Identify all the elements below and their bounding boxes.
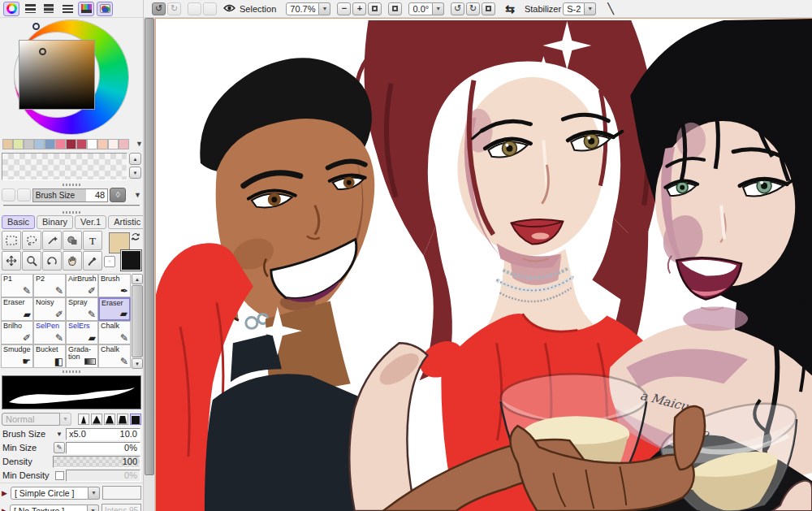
- text-tool-button[interactable]: T: [83, 231, 102, 250]
- tab-basic[interactable]: Basic: [2, 215, 35, 229]
- min-size-input[interactable]: 0%: [66, 442, 140, 454]
- swatch[interactable]: [87, 139, 97, 149]
- secondary-color-swatch[interactable]: [120, 249, 142, 271]
- saturation-value-square[interactable]: [19, 40, 95, 110]
- brush-size-field[interactable]: Brush Size 48: [32, 188, 108, 202]
- swatch[interactable]: [34, 139, 45, 149]
- rect-select-tool-button[interactable]: [2, 231, 21, 250]
- swatch[interactable]: [108, 139, 119, 149]
- brush-chalk-2[interactable]: Chalk✎: [98, 344, 131, 368]
- scratchpad-up-button[interactable]: ▲: [129, 153, 141, 165]
- fit-view-button[interactable]: [388, 2, 402, 15]
- canvas-vertical-scrollbar[interactable]: [144, 18, 155, 511]
- shape-tool-button[interactable]: [63, 231, 82, 250]
- redo-button[interactable]: ↻: [167, 2, 181, 15]
- brush-texture-value[interactable]: [ No Texture ]: [10, 505, 88, 511]
- brush-size-field-value[interactable]: 48: [86, 189, 107, 201]
- size-prev-button[interactable]: [2, 188, 15, 201]
- zoom-value[interactable]: 70.7%: [286, 2, 319, 15]
- brush-selers[interactable]: SelErs▰: [66, 321, 98, 344]
- swatch[interactable]: [2, 139, 13, 149]
- min-density-input[interactable]: 0%: [66, 470, 140, 482]
- swatch[interactable]: [76, 139, 87, 149]
- angle-dropdown-arrow-icon[interactable]: ▼: [433, 2, 444, 15]
- scratchpad-toggle-button[interactable]: [97, 2, 113, 16]
- size-menu-arrow-icon[interactable]: ▼: [134, 191, 141, 199]
- swatch[interactable]: [66, 139, 76, 149]
- density-slider[interactable]: 100: [53, 456, 140, 468]
- drawing-canvas[interactable]: a Maicu Maio: [155, 18, 812, 511]
- move-tool-button[interactable]: [2, 251, 21, 271]
- swatches-toggle-button[interactable]: [78, 2, 94, 16]
- brush-scroll-down-button[interactable]: ▼: [132, 358, 143, 369]
- rotate-ccw-button[interactable]: ↺: [451, 2, 464, 15]
- color-wheel-toggle-button[interactable]: [3, 2, 19, 16]
- texture-dropdown-arrow-icon[interactable]: ▼: [88, 505, 99, 511]
- edge-shape-medium-button[interactable]: [104, 414, 115, 425]
- hsv-slider-toggle-button[interactable]: [41, 2, 57, 16]
- swatch[interactable]: [55, 139, 66, 149]
- brush-smudge[interactable]: Smudge☛: [1, 344, 33, 368]
- edge-shape-sharp-button[interactable]: [91, 414, 102, 425]
- eraser-toggle-button[interactable]: ◊: [110, 188, 126, 202]
- tab-ver1[interactable]: Ver.1: [75, 215, 106, 229]
- blend-dropdown-arrow-icon[interactable]: ▼: [60, 413, 71, 426]
- swap-colors-icon[interactable]: [131, 232, 140, 243]
- scratchpad[interactable]: [2, 153, 127, 180]
- swatch[interactable]: [24, 139, 34, 149]
- brush-eraser[interactable]: Eraser▰: [1, 297, 33, 321]
- brush-shape-combo[interactable]: [ Simple Circle ] ▼: [11, 487, 100, 500]
- blend-mode-value[interactable]: Normal: [2, 413, 60, 426]
- edge-shape-square-button[interactable]: [130, 414, 141, 425]
- scratchpad-down-button[interactable]: ▼: [129, 167, 141, 179]
- stabilizer-dropdown-arrow-icon[interactable]: ▼: [585, 2, 596, 15]
- brush-p1[interactable]: P1✎: [1, 274, 33, 297]
- swatch-menu-arrow-icon[interactable]: ▼: [136, 140, 143, 148]
- min-size-pen-button[interactable]: ✎: [54, 442, 65, 453]
- blend-mode-combo[interactable]: Normal ▼: [2, 413, 71, 426]
- angle-value[interactable]: 0.0°: [408, 2, 433, 15]
- angle-combo[interactable]: 0.0° ▼: [408, 2, 444, 15]
- tab-artistic[interactable]: Artistic: [108, 215, 144, 229]
- brush-scroll-up-button[interactable]: ▲: [132, 274, 143, 284]
- rotate-tool-button[interactable]: [42, 251, 62, 271]
- selection-visibility-eye-icon[interactable]: [223, 4, 235, 14]
- edge-shape-soft-button[interactable]: [117, 414, 128, 425]
- hand-tool-button[interactable]: [63, 251, 82, 271]
- swatch[interactable]: [13, 139, 24, 149]
- undo-button[interactable]: ↺: [152, 2, 166, 15]
- brush-spray[interactable]: Spray✎: [66, 297, 98, 321]
- min-density-checkbox[interactable]: [55, 471, 64, 480]
- expand-arrow-icon[interactable]: ▶: [2, 507, 7, 511]
- size-unit-dropdown-icon[interactable]: ▼: [53, 431, 66, 438]
- deselect-button[interactable]: [188, 2, 201, 15]
- brush-eraser-selected[interactable]: Eraser▰: [98, 297, 131, 321]
- rotate-cw-button[interactable]: ↻: [466, 2, 480, 15]
- brush-selpen[interactable]: SelPen✎: [33, 321, 66, 344]
- magic-wand-tool-button[interactable]: [42, 231, 62, 250]
- brush-airbrush[interactable]: AirBrush✐: [66, 274, 98, 297]
- brush-gradation[interactable]: Grada-tion: [66, 344, 98, 368]
- gray-slider-toggle-button[interactable]: [59, 2, 76, 16]
- canvas-scrollbar-thumb[interactable]: [145, 18, 154, 475]
- stabilizer-combo[interactable]: S-2 ▼: [563, 2, 596, 15]
- rgb-slider-toggle-button[interactable]: [22, 2, 38, 16]
- brush-bucket[interactable]: Bucket◧: [33, 344, 66, 368]
- brush-p2[interactable]: P2✎: [33, 274, 66, 297]
- size-next-button[interactable]: [17, 188, 31, 201]
- brush-noisy[interactable]: Noisy✐: [33, 297, 66, 321]
- brush-chalk[interactable]: Chalk✎: [98, 321, 131, 344]
- transparent-color-button[interactable]: ▫: [104, 256, 115, 267]
- hue-marker-icon[interactable]: [32, 23, 40, 30]
- swatch[interactable]: [45, 139, 55, 149]
- eyedropper-tool-button[interactable]: [83, 251, 102, 271]
- brush-texture-combo[interactable]: [ No Texture ] ▼: [10, 505, 99, 511]
- edge-shape-sharpest-button[interactable]: [78, 414, 89, 425]
- zoom-out-button[interactable]: −: [337, 2, 351, 15]
- brush-brush[interactable]: Brush✒: [98, 274, 131, 297]
- expand-arrow-icon[interactable]: ▶: [2, 489, 8, 497]
- zoom-in-button[interactable]: +: [352, 2, 366, 15]
- brush-brilho[interactable]: Brilho✐: [1, 321, 33, 344]
- flip-horizontal-icon[interactable]: ⇆: [505, 2, 515, 15]
- zoom-reset-button[interactable]: [368, 2, 382, 15]
